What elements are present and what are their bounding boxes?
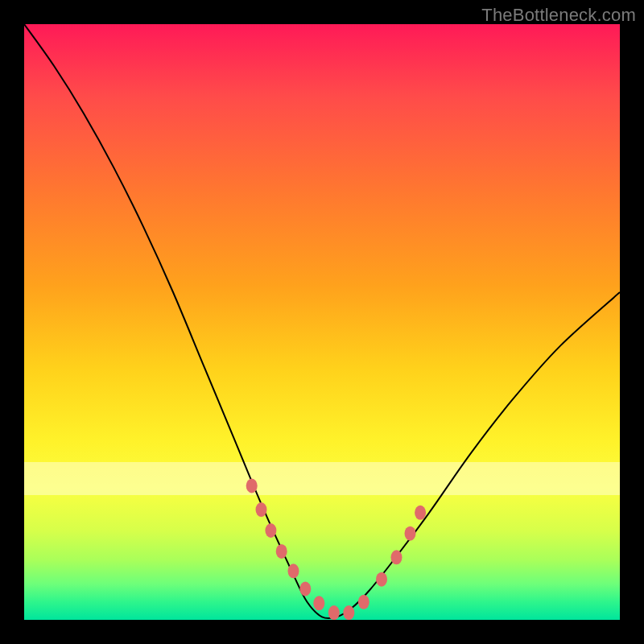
highlight-band (24, 462, 620, 495)
chart-stage: TheBottleneck.com (0, 0, 644, 644)
curve-dot (328, 605, 340, 620)
curve-dot (299, 582, 311, 597)
curve-dot (256, 502, 267, 517)
watermark-text: TheBottleneck.com (481, 5, 636, 26)
curve-dot (415, 506, 426, 520)
curve-layer (24, 24, 620, 620)
curve-dot (376, 572, 387, 587)
curve-dot (358, 595, 369, 609)
plot-area (24, 24, 620, 620)
curve-dot (288, 564, 299, 578)
curve-dot (313, 596, 324, 610)
curve-dot (276, 544, 287, 559)
curve-dot (405, 526, 416, 541)
curve-dot (391, 550, 402, 564)
v-curve (24, 24, 620, 618)
curve-dot (265, 523, 276, 538)
curve-dots (246, 479, 426, 621)
curve-dot (343, 605, 354, 620)
